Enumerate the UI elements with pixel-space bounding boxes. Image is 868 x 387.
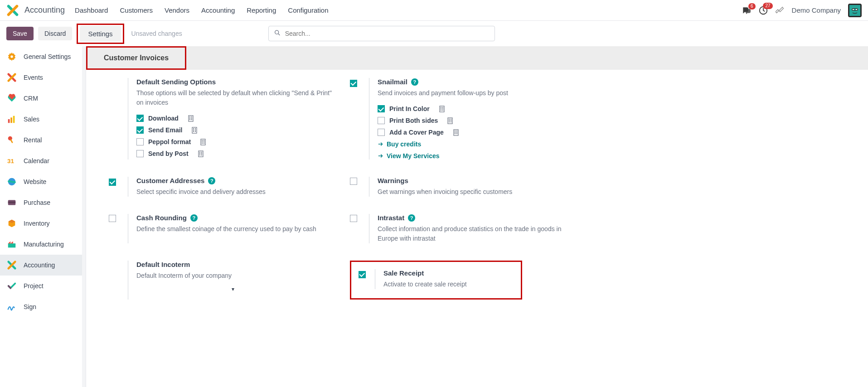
help-icon[interactable]: ? bbox=[411, 78, 418, 86]
search-input[interactable] bbox=[268, 26, 495, 41]
link-buy-credits[interactable]: Buy credits bbox=[378, 140, 591, 148]
checkbox-snailmail[interactable] bbox=[350, 80, 357, 87]
sidebar-item-accounting[interactable]: Accounting bbox=[0, 255, 86, 276]
sidebar-item-general-settings[interactable]: General Settings bbox=[0, 46, 86, 67]
sidebar-item-purchase[interactable]: Purchase bbox=[0, 192, 86, 213]
building-icon[interactable] bbox=[447, 117, 453, 124]
help-icon[interactable]: ? bbox=[208, 177, 215, 184]
building-icon[interactable] bbox=[191, 127, 198, 134]
section-title: Customer Invoices bbox=[87, 48, 185, 68]
sidebar-item-label: Manufacturing bbox=[24, 241, 64, 248]
app-name[interactable]: Accounting bbox=[24, 5, 65, 15]
settings-main: Customer Invoices Default Sending Option… bbox=[86, 46, 868, 387]
control-bar: Save Discard Settings Unsaved changes bbox=[0, 21, 868, 46]
setting-desc: Activate to create sale receipt bbox=[383, 280, 514, 289]
checkbox-sale-receipt[interactable] bbox=[359, 271, 366, 278]
building-icon[interactable] bbox=[200, 139, 206, 145]
discard-button[interactable]: Discard bbox=[38, 27, 72, 40]
save-button[interactable]: Save bbox=[6, 27, 34, 40]
sale-receipt-highlight: Sale Receipt Activate to create sale rec… bbox=[350, 261, 522, 300]
search-wrap bbox=[268, 26, 495, 41]
setting-title: Snailmail bbox=[378, 78, 407, 86]
sidebar-item-label: Calendar bbox=[24, 157, 49, 164]
setting-title: Default Sending Options bbox=[136, 78, 350, 86]
sidebar-item-label: CRM bbox=[24, 95, 38, 102]
opt-label: Download bbox=[148, 115, 179, 122]
setting-warnings: Warnings Get warnings when invoicing spe… bbox=[350, 177, 591, 197]
menu-customers[interactable]: Customers bbox=[120, 6, 153, 14]
incoterm-dropdown[interactable]: ▾ bbox=[232, 286, 350, 292]
project-icon bbox=[6, 281, 17, 291]
sidebar-item-sales[interactable]: Sales bbox=[0, 109, 86, 130]
sidebar-item-calendar[interactable]: 31Calendar bbox=[0, 150, 86, 171]
help-icon[interactable]: ? bbox=[408, 214, 415, 222]
setting-desc: Send invoices and payment follow-ups by … bbox=[378, 88, 577, 98]
activities-icon[interactable]: 27 bbox=[758, 5, 768, 15]
company-selector[interactable]: Demo Company bbox=[792, 6, 841, 14]
building-icon[interactable] bbox=[198, 150, 204, 157]
checkbox-send-post[interactable] bbox=[136, 150, 144, 157]
rental-icon bbox=[6, 135, 17, 145]
link-view-services[interactable]: View My Services bbox=[378, 152, 591, 160]
messages-badge: 6 bbox=[748, 3, 756, 10]
avatar[interactable] bbox=[848, 4, 862, 17]
sidebar-scrollbar[interactable] bbox=[82, 46, 86, 387]
setting-desc: Default Incoterm of your company bbox=[136, 271, 336, 281]
accounting-icon bbox=[6, 260, 17, 271]
menu-dashboard[interactable]: Dashboard bbox=[75, 6, 108, 14]
checkbox-print-both[interactable] bbox=[378, 117, 385, 124]
website-icon bbox=[6, 176, 17, 187]
sidebar-item-label: Events bbox=[24, 74, 43, 81]
sidebar-item-sign[interactable]: Sign bbox=[0, 296, 86, 317]
setting-cash-rounding: Cash Rounding? Define the smallest coina… bbox=[109, 214, 350, 243]
messages-icon[interactable]: 6 bbox=[741, 6, 751, 15]
top-nav: Accounting Dashboard Customers Vendors A… bbox=[0, 0, 868, 21]
sidebar-item-label: Purchase bbox=[24, 199, 50, 206]
checkbox-download[interactable] bbox=[136, 115, 144, 122]
setting-desc: Get warnings when invoicing specific cus… bbox=[378, 187, 577, 197]
menu-accounting[interactable]: Accounting bbox=[201, 6, 235, 14]
sidebar-item-website[interactable]: Website bbox=[0, 171, 86, 192]
calendar-icon: 31 bbox=[6, 155, 17, 166]
building-icon[interactable] bbox=[453, 129, 459, 136]
sidebar-item-manufacturing[interactable]: Manufacturing bbox=[0, 234, 86, 255]
sidebar-item-label: Rental bbox=[24, 136, 42, 144]
opt-label: Send by Post bbox=[148, 150, 189, 157]
gear-icon bbox=[6, 51, 17, 62]
svg-rect-22 bbox=[8, 202, 16, 203]
checkbox-print-color[interactable] bbox=[378, 105, 385, 112]
sidebar-item-project[interactable]: Project bbox=[0, 276, 86, 296]
checkbox-warnings[interactable] bbox=[350, 178, 357, 185]
checkbox-customer-addresses[interactable] bbox=[109, 179, 116, 186]
sidebar-item-rental[interactable]: Rental bbox=[0, 130, 86, 150]
svg-text:31: 31 bbox=[7, 158, 14, 164]
checkbox-intrastat[interactable] bbox=[350, 215, 357, 222]
setting-title: Warnings bbox=[378, 177, 591, 184]
setting-desc: Collect information and produce statisti… bbox=[378, 224, 577, 243]
checkbox-cover-page[interactable] bbox=[378, 129, 385, 136]
checkbox-send-email[interactable] bbox=[136, 126, 144, 134]
search-icon bbox=[274, 29, 281, 38]
menu-reporting[interactable]: Reporting bbox=[247, 6, 276, 14]
opt-label: Send Email bbox=[148, 126, 182, 134]
setting-desc: Define the smallest coinage of the curre… bbox=[136, 224, 336, 234]
menu-vendors[interactable]: Vendors bbox=[165, 6, 189, 14]
checkbox-cash-rounding[interactable] bbox=[109, 215, 116, 222]
building-icon[interactable] bbox=[439, 106, 445, 112]
purchase-icon bbox=[6, 197, 17, 208]
settings-breadcrumb[interactable]: Settings bbox=[80, 26, 121, 42]
building-icon[interactable] bbox=[188, 115, 194, 122]
svg-rect-14 bbox=[8, 119, 10, 123]
svg-rect-15 bbox=[10, 117, 12, 123]
sidebar-item-label: Inventory bbox=[24, 220, 50, 227]
checkbox-peppol[interactable] bbox=[136, 138, 144, 145]
help-icon[interactable]: ? bbox=[190, 214, 198, 222]
sidebar-item-inventory[interactable]: Inventory bbox=[0, 213, 86, 234]
menu-configuration[interactable]: Configuration bbox=[288, 6, 328, 14]
debug-icon[interactable] bbox=[776, 5, 785, 15]
setting-title: Sale Receipt bbox=[383, 269, 514, 277]
sidebar-item-events[interactable]: Events bbox=[0, 67, 86, 88]
sidebar-item-crm[interactable]: CRM bbox=[0, 88, 86, 109]
setting-intrastat: Intrastat? Collect information and produ… bbox=[350, 214, 591, 243]
opt-label: Print Both sides bbox=[389, 117, 438, 124]
